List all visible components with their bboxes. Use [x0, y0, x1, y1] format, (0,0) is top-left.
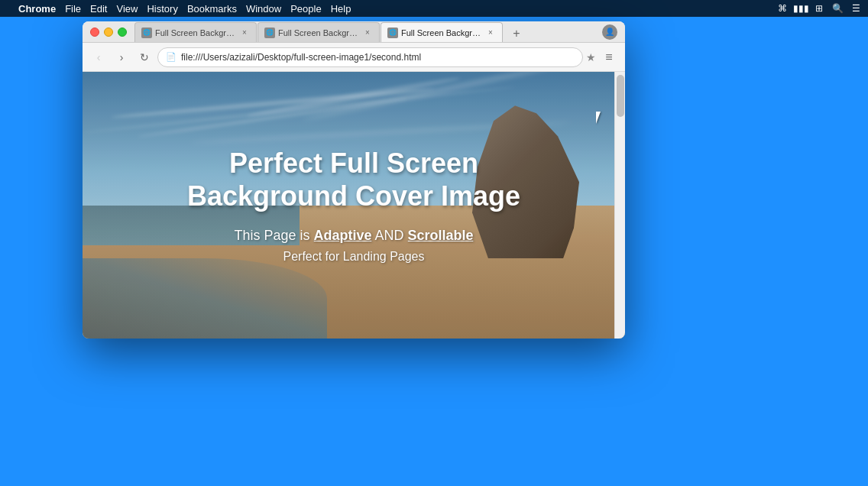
tab-close-2[interactable]: × — [362, 28, 373, 38]
menubar-window[interactable]: Window — [246, 3, 281, 15]
menubar-edit[interactable]: Edit — [90, 3, 107, 15]
tab-favicon-2: 🌐 — [264, 28, 275, 38]
control-icon[interactable]: ☰ — [850, 2, 862, 15]
menubar-chrome[interactable]: Chrome — [18, 3, 56, 15]
user-avatar[interactable]: 👤 — [602, 24, 617, 40]
wifi-icon: ⌘ — [776, 2, 789, 15]
tab-favicon-1: 🌐 — [141, 28, 152, 38]
cursor — [596, 112, 605, 127]
tab-close-1[interactable]: × — [239, 28, 250, 38]
page-headline: Perfect Full Screen Background Cover Ima… — [182, 147, 526, 212]
webpage-content: Perfect Full Screen Background Cover Ima… — [83, 72, 625, 339]
bookmark-button[interactable]: ★ — [586, 51, 596, 63]
minimize-button[interactable] — [104, 28, 113, 37]
page-subline2: Perfect for Landing Pages — [283, 250, 424, 264]
address-bar[interactable]: 📄 file:///Users/azizali/Desktop/full-scr… — [157, 47, 583, 67]
menubar: Chrome File Edit View History Bookmarks … — [0, 0, 868, 17]
menubar-view[interactable]: View — [116, 3, 138, 15]
menubar-help[interactable]: Help — [331, 3, 351, 15]
close-button[interactable] — [90, 28, 99, 37]
menubar-bookmarks[interactable]: Bookmarks — [187, 3, 237, 15]
subline-scrollable: Scrollable — [408, 228, 474, 243]
browser-scrollbar[interactable] — [614, 72, 625, 339]
time-icon: ⊞ — [813, 2, 825, 15]
tab-close-3[interactable]: × — [485, 28, 496, 38]
menubar-file[interactable]: File — [65, 3, 81, 15]
reload-button[interactable]: ↻ — [134, 47, 154, 67]
tab-3[interactable]: 🌐 Full Screen Background C × — [381, 22, 503, 42]
tabs-container: 🌐 Full Screen Background C × 🌐 Full Scre… — [134, 21, 596, 42]
scrollbar-thumb[interactable] — [617, 75, 624, 117]
title-bar: 🌐 Full Screen Background C × 🌐 Full Scre… — [83, 21, 625, 43]
tab-favicon-3: 🌐 — [387, 28, 398, 38]
tab-label-2: Full Screen Background C — [278, 28, 359, 37]
page-text-overlay: Perfect Full Screen Background Cover Ima… — [83, 72, 625, 339]
lock-icon: 📄 — [166, 52, 177, 62]
tab-2[interactable]: 🌐 Full Screen Background C × — [257, 22, 380, 42]
page-subline: This Page is Adaptive AND Scrollable — [234, 228, 473, 244]
subline-middle: AND — [372, 228, 408, 243]
subline-adaptive: Adaptive — [313, 228, 371, 243]
tab-label-3: Full Screen Background C — [401, 28, 482, 37]
new-tab-button[interactable]: + — [507, 25, 526, 42]
browser-window: 🌐 Full Screen Background C × 🌐 Full Scre… — [83, 21, 625, 339]
menubar-history[interactable]: History — [147, 3, 177, 15]
back-button[interactable]: ‹ — [89, 47, 108, 67]
menubar-right-icons: ⌘ ▮▮▮ ⊞ 🔍 ☰ — [776, 2, 862, 15]
forward-button[interactable]: › — [112, 47, 131, 67]
maximize-button[interactable] — [118, 28, 127, 37]
subline-prefix: This Page is — [234, 228, 313, 243]
traffic-lights — [90, 28, 127, 37]
chrome-menu-button[interactable]: ≡ — [599, 47, 619, 67]
battery-icon: ▮▮▮ — [795, 2, 807, 15]
search-icon[interactable]: 🔍 — [831, 2, 844, 15]
address-text: file:///Users/azizali/Desktop/full-scree… — [181, 52, 575, 63]
tab-label-1: Full Screen Background C — [155, 28, 236, 37]
nav-bar: ‹ › ↻ 📄 file:///Users/azizali/Desktop/fu… — [83, 43, 625, 72]
tab-1[interactable]: 🌐 Full Screen Background C × — [134, 22, 257, 42]
menubar-people[interactable]: People — [290, 3, 321, 15]
